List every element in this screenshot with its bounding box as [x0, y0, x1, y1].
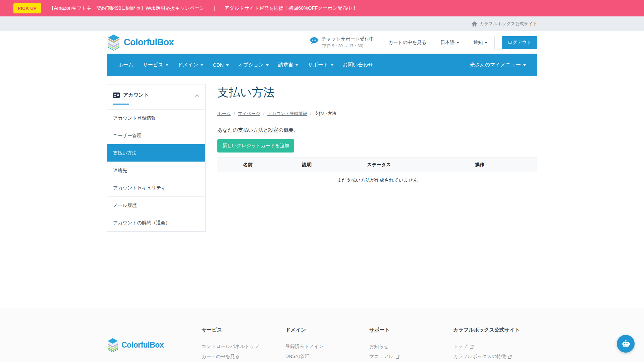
chat-support-status: チャットサポート受付中 (平日 9：30 ～ 17：30)	[310, 36, 374, 49]
caret-down-icon	[296, 64, 298, 66]
promo-divider: ｜	[212, 5, 217, 11]
table-empty-message: まだ支払い方法が作成されていません	[217, 172, 537, 189]
caret-down-icon	[266, 64, 269, 66]
footer-column-services: サービス コントロールパネルトップ カートの中を見る	[202, 327, 285, 362]
footer-link[interactable]: トップ	[453, 344, 474, 350]
breadcrumb-home[interactable]: ホーム	[217, 111, 231, 117]
sidebar-title-underline	[113, 104, 129, 105]
footer-column-title: サポート	[369, 327, 453, 333]
footer-column-title: ドメイン	[285, 327, 369, 333]
caret-down-icon	[457, 42, 459, 44]
table-header-name: 名前	[217, 158, 278, 172]
nav-item-home[interactable]: ホーム	[113, 54, 138, 76]
table-header-actions: 操作	[422, 158, 537, 172]
footer: ColorfulBox サービス コントロールパネルトップ カートの中を見る ド…	[0, 308, 644, 362]
caret-down-icon	[226, 64, 229, 66]
chatbot-fab-button[interactable]	[617, 335, 635, 353]
breadcrumb-account-info[interactable]: アカウント登録情報	[267, 111, 307, 117]
official-site-link[interactable]: カラフルボックス公式サイト	[472, 21, 537, 27]
caret-down-icon	[201, 64, 203, 66]
footer-link[interactable]: カラフルボックスの特徴	[453, 354, 512, 360]
footer-logo-text: ColorfulBox	[121, 341, 164, 350]
table-header-description: 説明	[278, 158, 336, 172]
nav-item-invoice[interactable]: 請求書	[273, 54, 303, 76]
promo-link-coupon[interactable]: アダルトサイト運営を応援！初回60%OFFクーポン配布中！	[224, 5, 357, 11]
colorfulbox-logo-icon	[107, 338, 119, 352]
footer-link[interactable]: コントロールパネルトップ	[202, 344, 259, 350]
caret-down-icon	[166, 64, 168, 66]
sidebar-item-account-cancellation[interactable]: アカウントの解約（退会）	[107, 214, 205, 231]
add-credit-card-button[interactable]: 新しいクレジットカードを追加	[217, 139, 294, 153]
logo[interactable]: ColorfulBox	[107, 35, 174, 51]
external-link-icon	[470, 345, 474, 349]
breadcrumb-separator: /	[263, 111, 264, 116]
home-icon	[472, 21, 477, 26]
sidebar-item-account-info[interactable]: アカウント登録情報	[107, 109, 205, 127]
title-divider	[217, 106, 537, 106]
notifications-dropdown[interactable]: 通知	[473, 40, 487, 46]
breadcrumb-separator: /	[310, 111, 312, 116]
sidebar-item-account-security[interactable]: アカウントセキュリティ	[107, 179, 205, 196]
caret-down-icon	[523, 64, 526, 66]
divider	[494, 36, 495, 50]
chat-status-text: チャットサポート受付中	[321, 36, 374, 42]
page-description: あなたの支払い方法と設定の概要。	[217, 127, 537, 133]
footer-column-domain: ドメイン 登録済みドメイン DNSの管理	[285, 327, 369, 362]
external-link-icon	[396, 355, 399, 359]
payment-methods-table: 名前 説明 ステータス 操作 まだ支払い方法が作成されていません	[217, 158, 537, 188]
breadcrumb: ホーム / マイページ / アカウント登録情報 / 支払い方法	[217, 111, 537, 117]
breadcrumb-current: 支払い方法	[314, 111, 336, 117]
footer-link[interactable]: DNSの管理	[285, 354, 310, 360]
nav-item-services[interactable]: サービス	[138, 54, 173, 76]
footer-column-title: サービス	[202, 327, 285, 333]
cart-link[interactable]: カートの中を見る	[388, 40, 427, 46]
footer-link[interactable]: カートの中を見る	[202, 354, 240, 360]
main-nav: ホーム サービス ドメイン CDN オプション 請求書 サポート お問い合わせ …	[107, 54, 537, 76]
chat-hours-text: (平日 9：30 ～ 17：30)	[321, 43, 374, 49]
sidebar-item-user-management[interactable]: ユーザー管理	[107, 127, 205, 144]
header: ColorfulBox チャットサポート受付中 (平日 9：30 ～ 17：30…	[0, 31, 644, 54]
promo-link-campaign[interactable]: 【Amazonギフト券・契約期間90日間延長】Web活用応援キャンペーン	[49, 5, 205, 11]
sidebar-item-payment-methods[interactable]: 支払い方法	[107, 144, 205, 162]
sidebar-title: アカウント	[123, 92, 149, 98]
breadcrumb-mypage[interactable]: マイページ	[238, 111, 260, 117]
page-title: 支払い方法	[217, 85, 537, 100]
chevron-up-icon[interactable]	[195, 92, 199, 98]
address-card-icon	[113, 93, 120, 98]
pickup-badge: PICK UP	[13, 3, 41, 13]
nav-item-domain[interactable]: ドメイン	[173, 54, 208, 76]
table-row: まだ支払い方法が作成されていません	[217, 172, 537, 189]
footer-link[interactable]: 登録済みドメイン	[285, 344, 324, 350]
caret-down-icon	[485, 42, 487, 44]
footer-link[interactable]: お知らせ	[369, 344, 388, 350]
logo-text: ColorfulBox	[124, 37, 174, 48]
divider	[381, 36, 381, 50]
robot-icon	[621, 339, 631, 349]
colorfulbox-logo-icon	[107, 35, 121, 51]
nav-item-contact[interactable]: お問い合わせ	[338, 54, 378, 76]
promo-banner: PICK UP 【Amazonギフト券・契約期間90日間延長】Web活用応援キャ…	[0, 0, 644, 16]
sidebar-header[interactable]: アカウント	[107, 84, 205, 105]
nav-item-cdn[interactable]: CDN	[208, 54, 233, 76]
external-link-icon	[508, 355, 512, 359]
caret-down-icon	[331, 64, 333, 66]
footer-column-title: カラフルボックス公式サイト	[453, 327, 540, 333]
nav-my-menu-dropdown[interactable]: 光さんのマイメニュー	[465, 54, 531, 76]
main-content: 支払い方法 ホーム / マイページ / アカウント登録情報 / 支払い方法 あな…	[217, 84, 537, 188]
logout-button[interactable]: ログアウト	[502, 36, 537, 49]
footer-logo[interactable]: ColorfulBox	[107, 327, 202, 362]
topbar: カラフルボックス公式サイト	[0, 16, 644, 31]
account-sidebar: アカウント アカウント登録情報 ユーザー管理 支払い方法 連絡先 アカウントセキ…	[107, 84, 206, 232]
chat-bubble-icon	[310, 37, 318, 44]
breadcrumb-separator: /	[234, 111, 235, 116]
official-site-label: カラフルボックス公式サイト	[480, 21, 537, 27]
footer-link[interactable]: マニュアル	[369, 354, 399, 360]
nav-item-options[interactable]: オプション	[233, 54, 274, 76]
language-dropdown[interactable]: 日本語	[440, 40, 459, 46]
footer-column-support: サポート お知らせ マニュアル	[369, 327, 453, 362]
nav-item-support[interactable]: サポート	[303, 54, 338, 76]
sidebar-item-email-history[interactable]: メール履歴	[107, 196, 205, 214]
table-header-status: ステータス	[336, 158, 422, 172]
footer-column-official-site: カラフルボックス公式サイト トップ カラフルボックスの特徴	[453, 327, 540, 362]
sidebar-item-contacts[interactable]: 連絡先	[107, 162, 205, 179]
